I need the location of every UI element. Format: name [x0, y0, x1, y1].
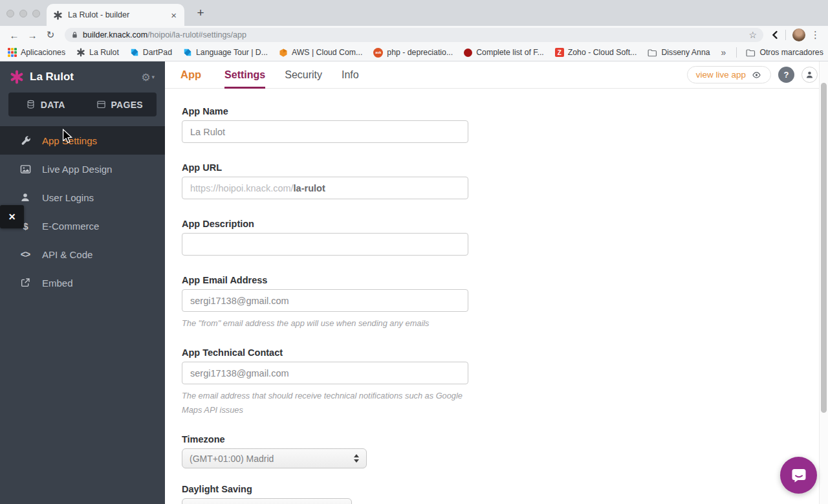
timezone-select[interactable]: (GMT+01:00) Madrid [182, 448, 367, 468]
knack-builder-page: La Rulot ⚙ ▾ DATA PAGES [0, 61, 828, 504]
bookmarks-bar: Aplicaciones La Rulot DartPad Language T… [0, 44, 828, 61]
view-live-app-label: view live app [696, 70, 746, 80]
bookmark-apps[interactable]: Aplicaciones [8, 48, 65, 57]
sidebar-item-label: Live App Design [42, 164, 112, 175]
aws-cube-icon [279, 48, 288, 58]
chat-bubble-icon [790, 466, 808, 485]
app-name-label: App Name [182, 106, 468, 116]
daylight-saving-label: Daylight Saving [182, 484, 468, 494]
view-live-app-button[interactable]: view live app [687, 66, 771, 83]
lock-icon [71, 31, 78, 39]
sidebar-item-user-logins[interactable]: User Logins [0, 183, 165, 212]
app-crumb[interactable]: App [180, 69, 201, 81]
bookmark-complete-list[interactable]: Complete list of F... [464, 48, 544, 57]
code-icon: <> [19, 249, 31, 259]
zoho-z-icon: Z [555, 48, 564, 57]
browser-tab[interactable]: La Rulot - builder × [47, 4, 184, 26]
daylight-saving-select[interactable] [182, 498, 352, 504]
sidebar-item-app-settings[interactable]: App Settings [0, 126, 165, 155]
select-arrows-icon [354, 454, 359, 463]
minimize-window-button[interactable] [19, 10, 27, 17]
new-tab-button[interactable]: + [193, 5, 208, 21]
pages-icon [96, 100, 106, 109]
pages-tab[interactable]: PAGES [83, 93, 157, 116]
app-technical-contact-input[interactable] [182, 362, 468, 384]
profile-avatar[interactable] [792, 28, 805, 41]
reload-icon[interactable]: ↻ [43, 29, 58, 41]
sidebar-item-label: API & Code [42, 249, 93, 260]
tab-settings[interactable]: Settings [224, 61, 265, 89]
bookmark-star-icon[interactable]: ☆ [748, 30, 757, 40]
close-tab-icon[interactable]: × [169, 10, 178, 21]
knack-logo-icon [10, 70, 24, 84]
pages-tab-label: PAGES [111, 100, 143, 110]
data-tab[interactable]: DATA [8, 93, 83, 116]
address-bar[interactable]: builder.knack.com/hoipoi/la-rulot#settin… [65, 28, 763, 42]
app-url-input[interactable]: https://hoipoi.knack.com/la-rulot [182, 177, 468, 199]
app-url-prefix: https://hoipoi.knack.com/ [190, 183, 294, 193]
window-controls[interactable] [6, 10, 40, 17]
dart-icon [183, 48, 192, 57]
bookmark-folder-disseny[interactable]: Disseny Anna [648, 48, 710, 57]
app-settings-form: App Name App URL https://hoipoi.knack.co… [182, 106, 468, 504]
red-dot-icon [464, 49, 472, 57]
forward-icon[interactable]: → [25, 30, 40, 41]
knack-favicon-icon [53, 10, 63, 20]
app-technical-contact-hint: The email address that should receive te… [182, 389, 468, 417]
other-bookmarks-folder[interactable]: Otros marcadores [746, 48, 823, 57]
bookmark-php[interactable]: ask php - depreciatio... [373, 48, 453, 58]
sidebar-item-live-app-design[interactable]: Live App Design [0, 155, 165, 183]
chevron-down-icon: ▾ [151, 74, 155, 80]
account-button[interactable] [801, 67, 818, 83]
bookmark-language-tour[interactable]: Language Tour | D... [183, 48, 268, 57]
bookmarks-overflow-icon[interactable]: » [721, 47, 726, 58]
app-description-input[interactable] [182, 233, 468, 256]
sidebar-item-label: E-Commerce [42, 221, 99, 232]
data-tab-label: DATA [41, 100, 65, 110]
sidebar: La Rulot ⚙ ▾ DATA PAGES [0, 61, 165, 504]
zoom-window-button[interactable] [32, 10, 40, 17]
apps-grid-icon [8, 48, 17, 57]
bookmark-zoho[interactable]: Z Zoho - Cloud Soft... [555, 48, 637, 57]
help-button[interactable]: ? [778, 67, 794, 83]
image-icon [19, 164, 31, 175]
app-url-label: App URL [182, 162, 468, 173]
browser-chrome: La Rulot - builder × + ← → ↻ builder.kna… [0, 0, 828, 61]
tab-strip: La Rulot - builder × + [0, 0, 828, 26]
app-name-title: La Rulot [30, 71, 141, 83]
scrollbar-track [819, 61, 828, 504]
sidebar-item-ecommerce[interactable]: $ E-Commerce [0, 212, 165, 240]
app-url-slug: la-rulot [294, 183, 325, 193]
close-window-button[interactable] [6, 10, 14, 17]
intercom-chat-button[interactable] [780, 457, 817, 494]
sidebar-item-label: App Settings [42, 135, 97, 146]
browser-menu-icon[interactable]: ⋮ [811, 29, 820, 41]
timezone-value: (GMT+01:00) Madrid [190, 454, 274, 464]
settings-header: App Settings Security Info view live app… [165, 61, 828, 89]
bookmark-la-rulot[interactable]: La Rulot [76, 48, 119, 57]
toolbar-divider [785, 30, 786, 40]
extension-chevron-icon[interactable] [771, 30, 779, 39]
scrollbar-thumb[interactable] [821, 83, 827, 413]
sidebar-item-label: Embed [42, 278, 73, 289]
tab-info[interactable]: Info [342, 61, 359, 89]
folder-icon [648, 49, 657, 57]
app-settings-menu-button[interactable]: ⚙ ▾ [141, 71, 155, 83]
back-icon[interactable]: ← [6, 30, 22, 41]
sidebar-menu: App Settings Live App Design User Logins… [0, 126, 165, 297]
close-banner-button[interactable]: ✕ [0, 205, 24, 228]
tab-security[interactable]: Security [285, 61, 322, 89]
sidebar-item-api-code[interactable]: <> API & Code [0, 240, 165, 268]
sidebar-item-label: User Logins [42, 192, 94, 203]
main-content: App Settings Security Info view live app… [165, 61, 828, 504]
app-email-label: App Email Address [182, 275, 468, 285]
app-technical-contact-label: App Technical Contact [182, 347, 468, 358]
app-name-input[interactable] [182, 120, 468, 143]
sidebar-item-embed[interactable]: Embed [0, 268, 165, 297]
bookmark-aws[interactable]: AWS | Cloud Com... [279, 48, 362, 58]
folder-icon [746, 49, 756, 57]
database-icon [26, 100, 36, 109]
bookmark-dartpad[interactable]: DartPad [130, 48, 172, 57]
app-email-input[interactable] [182, 289, 468, 312]
bookmarks-divider [736, 47, 737, 58]
